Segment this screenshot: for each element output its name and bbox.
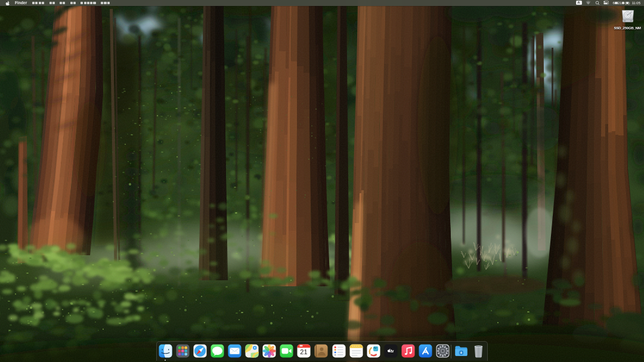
svg-text:tv: tv — [391, 348, 394, 352]
svg-text:21: 21 — [300, 348, 307, 355]
